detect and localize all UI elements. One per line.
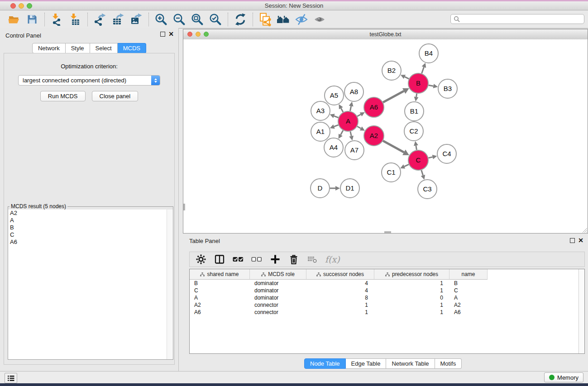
graph-node-A5[interactable]: A5 [325,86,344,105]
network-window-titlebar[interactable]: testGlobe.txt [183,29,588,40]
close-table-panel-icon[interactable]: ✕ [578,238,583,243]
run-mcds-button[interactable]: Run MCDS [40,91,86,101]
graph-node-C[interactable]: C [408,150,428,170]
mcds-result-list[interactable]: A2ABCA6 [8,210,173,359]
criterion-select[interactable]: largest connected component (directed) [18,75,160,86]
table-scrollbar[interactable] [578,269,584,353]
graph-node-B4[interactable]: B4 [419,44,438,63]
graph-node-A1[interactable]: A1 [311,122,330,141]
close-panel-icon[interactable]: ✕ [168,32,174,37]
table-cell[interactable]: dominator [250,287,306,294]
import-table-icon[interactable] [66,12,84,27]
table-cell[interactable]: 1 [374,302,449,308]
table-cell[interactable]: C [449,287,488,294]
column-header-predecessor-nodes[interactable]: predecessor nodes [374,269,449,280]
tab-network-table[interactable]: Network Table [386,358,435,369]
float-panel-icon[interactable] [160,32,165,37]
tab-node-table[interactable]: Node Table [304,358,346,369]
list-scrollbar[interactable] [167,210,173,359]
mcds-result-item[interactable]: B [8,224,173,231]
table-cell[interactable]: B [449,280,488,286]
task-history-button[interactable] [5,373,17,383]
search-text-field[interactable] [462,14,584,24]
trash-icon[interactable] [288,253,300,265]
table-cell[interactable]: C [190,287,250,294]
split-pane-icon[interactable] [214,253,225,265]
import-network-icon[interactable] [48,12,66,27]
graph-node-C3[interactable]: C3 [418,180,437,199]
graph-node-C2[interactable]: C2 [404,122,423,141]
vertical-scroll-stub[interactable] [183,204,185,210]
resize-grip-icon[interactable] [581,227,587,233]
table-cell[interactable]: A2 [190,302,250,308]
column-header-MCDS-role[interactable]: MCDS role [250,269,306,280]
close-panel-button[interactable]: Close panel [92,91,139,101]
graph-node-A7[interactable]: A7 [345,141,364,160]
table-cell[interactable]: 1 [306,309,374,315]
graph-node-B1[interactable]: B1 [405,102,424,121]
deselect-all-icon[interactable] [251,253,263,265]
table-cell[interactable]: 8 [306,295,374,301]
refresh-layout-icon[interactable] [231,12,249,27]
graph-node-D[interactable]: D [311,179,330,198]
table-row[interactable]: A2connector11A2 [190,301,584,309]
minimize-window-button[interactable] [19,3,24,9]
table-cell[interactable]: dominator [250,280,306,286]
table-cell[interactable]: 0 [374,295,449,301]
graph-node-B[interactable]: B [408,73,428,93]
tab-edge-table[interactable]: Edge Table [346,358,387,369]
network-minimize-button[interactable] [196,32,201,37]
graph-node-A8[interactable]: A8 [344,82,363,101]
float-table-panel-icon[interactable] [570,238,575,243]
table-cell[interactable]: A6 [449,309,488,315]
network-file-icon[interactable] [256,12,274,27]
table-cell[interactable]: 1 [374,309,449,315]
mcds-result-item[interactable]: A6 [8,238,173,246]
table-cell[interactable]: A2 [449,302,488,308]
graph-node-C4[interactable]: C4 [437,144,456,163]
table-cell[interactable]: A [190,295,250,301]
tab-motifs[interactable]: Motifs [435,358,462,369]
save-icon[interactable] [23,12,41,27]
horizontal-scroll-stub[interactable] [384,231,391,233]
table-row[interactable]: Adominator80A [190,294,584,301]
graph-node-A[interactable]: A [338,111,358,131]
tab-network[interactable]: Network [32,43,66,53]
mcds-result-item[interactable]: A [8,217,173,224]
column-header-successor-nodes[interactable]: successor nodes [306,269,374,280]
table-cell[interactable]: 1 [374,280,449,286]
table-cell[interactable]: connector [250,309,306,315]
houses-icon[interactable] [274,12,292,27]
network-graph[interactable]: B4B2BB3A5A8A3A6B1AA1C2A2A4A7C4CC1DD1C3 [183,39,588,233]
table-cell[interactable]: 1 [306,302,374,308]
network-close-button[interactable] [187,32,192,37]
table-row[interactable]: Bdominator41B [190,280,584,287]
tab-style[interactable]: Style [66,43,90,53]
table-cell[interactable]: 1 [374,287,449,294]
open-folder-icon[interactable] [5,12,23,27]
mcds-result-item[interactable]: A2 [8,210,173,217]
graph-node-A4[interactable]: A4 [324,138,343,157]
eye-show-icon[interactable] [311,12,329,27]
export-table-icon[interactable] [109,12,127,27]
graph-node-A3[interactable]: A3 [311,101,330,120]
table-cell[interactable]: 4 [306,287,374,294]
mcds-result-item[interactable]: C [8,231,173,238]
eye-hide-icon[interactable] [292,12,311,27]
export-image-icon[interactable] [127,12,145,27]
zoom-selected-icon[interactable] [206,12,225,27]
select-all-icon[interactable] [232,253,244,265]
column-header-shared-name[interactable]: shared name [190,269,250,280]
table-cell[interactable]: B [190,280,250,286]
network-canvas[interactable]: B4B2BB3A5A8A3A6B1AA1C2A2A4A7C4CC1DD1C3 [183,39,588,233]
table-cell[interactable]: A [449,295,488,301]
zoom-fit-icon[interactable] [188,12,206,27]
export-network-icon[interactable] [91,12,109,27]
table-cell[interactable]: A6 [190,309,250,315]
table-row[interactable]: Cdominator41C [190,287,584,294]
network-zoom-button[interactable] [204,32,209,37]
zoom-in-icon[interactable] [152,12,170,27]
tab-mcds[interactable]: MCDS [118,43,146,53]
table-row[interactable]: A6connector11A6 [190,309,584,316]
zoom-window-button[interactable] [27,3,32,9]
